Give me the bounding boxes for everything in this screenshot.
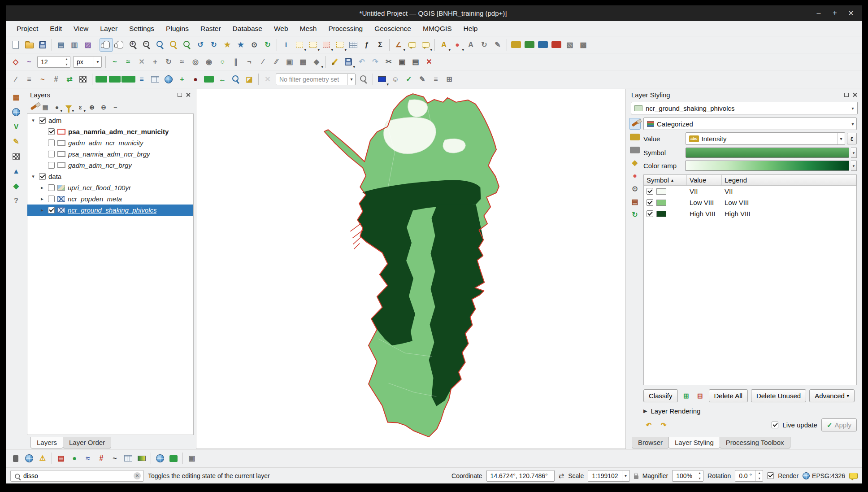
category-color-swatch[interactable]	[656, 200, 666, 206]
rotate-label-icon[interactable]: ↻	[477, 38, 491, 52]
crs-value[interactable]: EPSG:4326	[812, 472, 845, 479]
menu-geoscience[interactable]: Geoscience	[369, 22, 417, 35]
swap-layers-icon[interactable]: ⇄	[63, 73, 76, 86]
layers-red-icon[interactable]: ▤	[54, 452, 68, 465]
plugin-p-icon[interactable]: P	[9, 452, 22, 465]
refresh-map-icon[interactable]: ↻	[261, 38, 274, 52]
expander-icon[interactable]: ▾	[30, 174, 36, 179]
tracing-icon[interactable]: ~	[22, 55, 36, 69]
category-row-low-viii[interactable]: Low VIIILow VIII	[644, 197, 856, 208]
search-layers-icon[interactable]	[229, 73, 243, 86]
menu-project[interactable]: Project	[11, 22, 44, 35]
sketch-icon[interactable]: ✎	[416, 73, 429, 86]
move-label-icon[interactable]: A	[464, 38, 477, 52]
zoom-to-selection-icon[interactable]	[167, 38, 180, 52]
size-spinner[interactable]: 12▴▾	[37, 56, 70, 68]
visibility-checkbox[interactable]	[48, 128, 55, 135]
scale-combo[interactable]: 1:199102▾	[588, 470, 629, 482]
select-by-value-icon[interactable]: ▾	[306, 38, 320, 52]
options-list-icon[interactable]: ≡	[429, 73, 443, 86]
coordinate-value[interactable]: 14.6724°, 120.7486°	[486, 470, 555, 482]
category-checkbox[interactable]	[647, 199, 653, 206]
undo-style-icon[interactable]: ↶	[643, 420, 654, 431]
category-legend-cell[interactable]: High VIII	[722, 210, 856, 218]
map-region-vii-patch[interactable]	[443, 139, 465, 153]
pan-to-selection-icon[interactable]	[113, 38, 126, 52]
highlight-labels-icon[interactable]: abc	[536, 38, 550, 52]
statistical-summary-icon[interactable]: Σ	[373, 38, 387, 52]
fill-ring-icon[interactable]: ○	[216, 55, 229, 69]
close-button[interactable]: ✕	[843, 9, 859, 17]
map-of-metro-manila[interactable]	[196, 89, 625, 448]
messages-icon[interactable]	[849, 473, 858, 479]
delete-all-button[interactable]: Delete All	[709, 389, 748, 402]
zoom-out-icon[interactable]: −	[140, 38, 153, 52]
locator-search-box[interactable]: ✕	[10, 470, 144, 482]
open-attribute-table-icon[interactable]	[347, 38, 360, 52]
renderer-combo[interactable]: Categorized ▾	[643, 118, 857, 130]
expander-icon[interactable]: ▸	[39, 207, 45, 213]
delete-unused-button[interactable]: Delete Unused	[751, 389, 806, 402]
add-hub-layer-icon[interactable]: +	[175, 73, 189, 86]
float-panel-icon[interactable]	[178, 93, 182, 97]
view-3d-icon[interactable]: ◆	[629, 157, 641, 169]
styled-layer-combo[interactable]: ncr_ground_shaking_phivolcs ▾	[631, 102, 858, 114]
toggle-extents-icon[interactable]: ⇄	[559, 472, 564, 480]
zoom-in-icon[interactable]: +	[126, 38, 140, 52]
profile-tool-icon[interactable]: ≈	[81, 452, 95, 465]
visibility-checkbox[interactable]	[48, 162, 55, 169]
expander-icon[interactable]: ▸	[39, 196, 45, 202]
titlebar[interactable]: *Untitled Project — QGIS [BNHR_training …	[6, 5, 862, 21]
web-globe-icon[interactable]	[162, 73, 175, 86]
new-project-icon[interactable]	[9, 38, 22, 52]
spin-up-icon[interactable]: ▴	[756, 470, 763, 476]
layer-labeling-icon[interactable]: A▾	[437, 38, 451, 52]
report-warning-icon[interactable]: ⚠	[36, 452, 49, 465]
open-project-icon[interactable]	[22, 38, 36, 52]
spin-arrows[interactable]: ▴▾	[63, 57, 70, 67]
menu-database[interactable]: Database	[227, 22, 268, 35]
paste-features-icon[interactable]: ▤	[409, 55, 422, 69]
revert-icon[interactable]: ←	[216, 73, 229, 86]
temporal-controller-icon[interactable]: ⊙	[247, 38, 261, 52]
new-bookmark-icon[interactable]: ★	[221, 38, 234, 52]
cross-section-icon[interactable]: ∕	[9, 73, 22, 86]
category-checkbox[interactable]	[647, 188, 653, 195]
magnifier-spinner[interactable]: 100%▴▾	[672, 470, 703, 482]
layer-item-upri_ncr_flood_100yr[interactable]: ▸upri_ncr_flood_100yr	[27, 182, 193, 193]
expand-arrow-icon[interactable]: ▶	[643, 408, 647, 414]
delete-vertex-icon[interactable]: ✕	[135, 55, 148, 69]
deselect-all-icon[interactable]: ▾	[320, 38, 333, 52]
spin-down-icon[interactable]: ▾	[756, 476, 763, 481]
profile-curve-icon[interactable]: ~	[36, 73, 49, 86]
group-item-data[interactable]: ▾data	[27, 171, 193, 182]
layer-item-gadm_adm_ncr_municity[interactable]: gadm_adm_ncr_municity	[27, 137, 193, 148]
rotation-spinner[interactable]: 0.0 °▴▾	[735, 470, 763, 482]
menu-processing[interactable]: Processing	[322, 22, 369, 35]
move-feature-icon[interactable]: +	[148, 55, 162, 69]
layer-item-psa_namria_adm_ncr_brgy[interactable]: psa_namria_adm_ncr_brgy	[27, 148, 193, 160]
category-checkbox[interactable]	[647, 210, 653, 217]
open-layer-styling-icon[interactable]	[28, 102, 39, 113]
decorations-icon[interactable]: ▩	[577, 38, 590, 52]
menu-help[interactable]: Help	[458, 22, 484, 35]
chevron-down-icon[interactable]: ▾	[347, 74, 355, 85]
map-region-vii-patch[interactable]	[408, 100, 428, 117]
menu-edit[interactable]: Edit	[44, 22, 68, 35]
save-layer-edits-icon[interactable]: ▾	[342, 55, 355, 69]
user-profile-icon[interactable]: ☺	[389, 73, 402, 86]
column-header-value[interactable]: Value	[687, 175, 722, 185]
stratigraphy-icon[interactable]: ≡	[22, 73, 36, 86]
save-project-icon[interactable]	[36, 38, 49, 52]
color-ramp-button[interactable]	[686, 161, 849, 171]
zoom-next-icon[interactable]: ↻	[207, 38, 221, 52]
visibility-checkbox[interactable]	[48, 196, 55, 202]
category-color-swatch[interactable]	[656, 188, 666, 195]
validate-icon[interactable]: ✓	[402, 73, 416, 86]
live-update-checkbox[interactable]	[772, 422, 778, 428]
spin-up-icon[interactable]: ▴	[696, 470, 703, 476]
category-row-vii[interactable]: VIIVII	[644, 186, 856, 197]
copy-features-icon[interactable]: ▣	[395, 55, 409, 69]
visibility-checkbox[interactable]	[48, 184, 55, 191]
chevron-down-icon[interactable]: ▾	[851, 148, 857, 158]
